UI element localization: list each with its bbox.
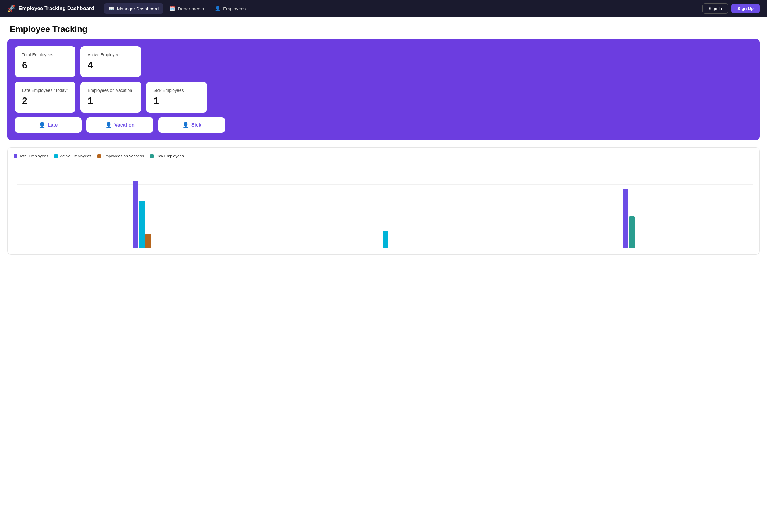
legend-dot-vacation	[97, 154, 101, 158]
brand-label: Employee Tracking Dashboard	[19, 5, 94, 12]
nav-item-manager-dashboard[interactable]: 📖 Manager Dashboard	[104, 3, 163, 14]
bar-group-2	[516, 189, 741, 248]
late-employees-card: Late Employees "Today" 2	[15, 82, 75, 113]
legend-dot-sick	[150, 154, 154, 158]
vacation-employees-value: 1	[88, 95, 134, 107]
page-header: Employee Tracking	[0, 17, 767, 39]
chart-section: Total EmployeesActive EmployeesEmployees…	[7, 147, 760, 255]
late-employees-value: 2	[22, 95, 68, 107]
person-vacation-icon: 👤	[105, 122, 112, 128]
person-late-icon: 👤	[39, 122, 45, 128]
total-employees-value: 6	[22, 60, 68, 71]
active-employees-label: Active Employees	[88, 52, 134, 57]
legend-dot-total	[14, 154, 17, 158]
person-nav-icon: 👤	[215, 6, 221, 11]
bar-0-1	[139, 201, 145, 248]
person-sick-icon: 👤	[182, 122, 189, 128]
vacation-employees-label: Employees on Vacation	[88, 88, 134, 93]
nav-label-departments: Departments	[178, 6, 204, 11]
legend-item-vacation: Employees on Vacation	[97, 154, 144, 158]
dashboard-section: Total Employees 6 Active Employees 4 Lat…	[7, 39, 760, 140]
legend-item-sick: Sick Employees	[150, 154, 184, 158]
legend-item-total: Total Employees	[14, 154, 48, 158]
vacation-employees-card: Employees on Vacation 1	[80, 82, 141, 113]
late-button-label: Late	[48, 122, 58, 128]
vacation-button-label: Vacation	[114, 122, 135, 128]
calendar-icon: 🗓️	[170, 6, 175, 11]
stats-row-1: Total Employees 6 Active Employees 4	[15, 46, 752, 77]
stats-row-2: Late Employees "Today" 2 Employees on Va…	[15, 82, 752, 113]
chart-area	[17, 163, 753, 248]
signup-button[interactable]: Sign Up	[731, 4, 760, 13]
nav-label-manager: Manager Dashboard	[117, 6, 159, 11]
bar-2-0	[623, 189, 628, 248]
page-content: Employee Tracking Total Employees 6 Acti…	[0, 17, 767, 532]
legend-label-sick: Sick Employees	[156, 154, 184, 158]
sick-employees-card: Sick Employees 1	[146, 82, 207, 113]
nav-label-employees: Employees	[223, 6, 246, 11]
bar-group-1	[273, 231, 498, 248]
vacation-button[interactable]: 👤 Vacation	[86, 117, 153, 133]
legend-dot-active	[54, 154, 58, 158]
page-title: Employee Tracking	[10, 24, 757, 34]
late-employees-label: Late Employees "Today"	[22, 88, 68, 93]
signin-button[interactable]: Sign In	[702, 3, 729, 14]
action-buttons-row: 👤 Late 👤 Vacation 👤 Sick	[15, 117, 752, 133]
nav-item-employees[interactable]: 👤 Employees	[210, 3, 250, 14]
sick-employees-label: Sick Employees	[153, 88, 200, 93]
brand: 🚀 Employee Tracking Dashboard	[7, 5, 94, 12]
active-employees-value: 4	[88, 60, 134, 71]
legend-label-vacation: Employees on Vacation	[103, 154, 144, 158]
sick-button[interactable]: 👤 Sick	[158, 117, 225, 133]
legend-label-active: Active Employees	[60, 154, 91, 158]
nav-item-departments[interactable]: 🗓️ Departments	[165, 3, 209, 14]
total-employees-card: Total Employees 6	[15, 46, 75, 77]
bar-group-0	[29, 181, 254, 248]
total-employees-label: Total Employees	[22, 52, 68, 57]
active-employees-card: Active Employees 4	[80, 46, 141, 77]
bar-0-2	[145, 234, 151, 248]
sick-employees-value: 1	[153, 95, 200, 107]
rocket-icon: 🚀	[7, 5, 16, 12]
nav-actions: Sign In Sign Up	[702, 3, 760, 14]
chart-bars-container	[17, 163, 753, 248]
sick-button-label: Sick	[191, 122, 201, 128]
chart-legend: Total EmployeesActive EmployeesEmployees…	[14, 154, 753, 158]
legend-item-active: Active Employees	[54, 154, 91, 158]
navbar: 🚀 Employee Tracking Dashboard 📖 Manager …	[0, 0, 767, 17]
bar-0-0	[133, 181, 138, 248]
book-icon: 📖	[109, 6, 114, 11]
bar-2-3	[629, 216, 635, 248]
late-button[interactable]: 👤 Late	[15, 117, 82, 133]
legend-label-total: Total Employees	[19, 154, 48, 158]
bar-1-1	[383, 231, 388, 248]
nav-items: 📖 Manager Dashboard 🗓️ Departments 👤 Emp…	[104, 3, 697, 14]
